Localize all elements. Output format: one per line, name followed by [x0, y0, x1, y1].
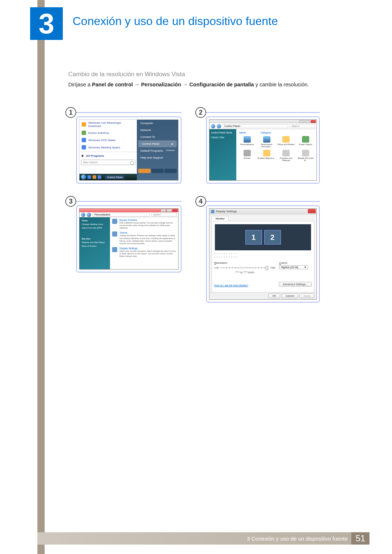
help-link[interactable]: How do I get the best display?	[214, 284, 248, 287]
section-heading: Cambio de la resolución en Windows Vista	[68, 71, 185, 78]
breadcrumb[interactable]: Personalization	[93, 213, 150, 217]
col-name[interactable]: Name	[239, 131, 246, 134]
shutdown-menu-button[interactable]	[164, 169, 177, 173]
sm-item[interactable]: Windows Live Messenger Download	[79, 120, 137, 129]
theme-icon	[112, 231, 117, 237]
nav-back-icon[interactable]	[81, 213, 85, 217]
sm-right-item-highlight[interactable]: Control Panel	[138, 140, 177, 147]
resolution-slider[interactable]: Low High	[214, 265, 275, 270]
cancel-button[interactable]: Cancel	[282, 294, 298, 298]
minimize-button[interactable]	[161, 209, 166, 212]
display-settings-window: Display Settings Monitor 1 2 * * * * * *…	[209, 208, 317, 300]
phone-icon	[282, 136, 290, 143]
chevron-down-icon	[304, 267, 306, 268]
taskbar-control-panel[interactable]: Control Panel	[105, 175, 124, 179]
sm-right-item[interactable]: Help and Support	[137, 154, 178, 161]
side-link[interactable]: Ease of Access	[82, 245, 108, 247]
ok-button[interactable]: OK	[268, 294, 280, 298]
power-button[interactable]	[138, 169, 151, 173]
step-badge-2: 2	[195, 107, 206, 118]
cp-item[interactable]: Phone and Modem ...	[277, 136, 296, 148]
pers-sidebar: Tasks Change desktop icons Adjust font s…	[79, 217, 110, 269]
taskbar-icon[interactable]	[93, 175, 96, 179]
monitor-2[interactable]: 2	[264, 230, 281, 245]
taskbar: Control Panel	[79, 174, 137, 180]
sm-item[interactable]: Norton AntiVirus	[79, 129, 137, 136]
dialog-title: Display Settings	[216, 210, 237, 213]
pers-section[interactable]: Mouse PointersPick a different mouse poi…	[112, 219, 176, 229]
cp-item-label: Printers	[244, 157, 250, 159]
cp-item-label: Programs and Features	[277, 157, 296, 161]
lock-button[interactable]	[151, 169, 164, 173]
side-link[interactable]: Change desktop icons	[82, 223, 108, 225]
pers-section-display[interactable]: Display SettingsAdjust your monitor reso…	[112, 247, 176, 258]
col-category[interactable]: Category	[261, 131, 271, 134]
search-input[interactable]: Search	[151, 213, 177, 217]
minimize-button[interactable]	[299, 120, 304, 123]
sm-item[interactable]: Windows Meeting Space	[79, 144, 137, 151]
colors-label: Colors:	[279, 261, 312, 264]
close-button[interactable]	[172, 209, 177, 212]
close-button[interactable]	[311, 120, 316, 123]
colors-select[interactable]: Highest (32 bit)	[279, 265, 308, 269]
cp-item[interactable]: Printers	[238, 150, 257, 161]
pers-section[interactable]: ThemeChange the theme. Themes can change…	[112, 231, 176, 245]
step-2-frame: Control Panel › Search Control Panel Hom…	[206, 116, 320, 184]
cp-item[interactable]: Programs and Features	[277, 150, 296, 161]
arrow-2: →	[181, 82, 189, 87]
nav-forward-icon[interactable]	[217, 124, 221, 128]
window-body: Tasks Change desktop icons Adjust font s…	[79, 217, 178, 269]
sm-right-item[interactable]: Computer	[137, 120, 178, 127]
resolution-value: **** by **** pixels	[214, 271, 275, 274]
instruction-text: Diríjase a Panel de control → Personaliz…	[68, 82, 309, 87]
start-orb-icon[interactable]	[81, 175, 86, 180]
side-link[interactable]: Adjust font size (DPI)	[82, 227, 108, 229]
arrow-1: →	[133, 82, 141, 87]
instruction-b3: Configuración de pantalla	[189, 82, 254, 87]
all-programs[interactable]: All Programs	[79, 153, 137, 159]
side-link[interactable]: Taskbar and Start Menu	[82, 241, 108, 243]
sm-right-item[interactable]: Connect To	[137, 134, 178, 140]
nav-forward-icon[interactable]	[87, 213, 91, 217]
sm-right-item[interactable]: Default ProgramsCustomo	[137, 147, 178, 154]
colors-group: Colors: Highest (32 bit)	[279, 261, 312, 269]
cp-main: Name Category Personalization Performanc…	[236, 129, 317, 180]
cp-classic-link[interactable]: Classic View	[211, 136, 235, 139]
slider-thumb[interactable]	[266, 266, 268, 270]
taskbar-icon[interactable]	[87, 175, 91, 179]
cp-item[interactable]: Power Options	[296, 136, 315, 148]
monitor-1[interactable]: 1	[245, 230, 262, 245]
sm-right-item[interactable]: Network	[137, 127, 178, 134]
breadcrumb[interactable]: Control Panel ›	[222, 124, 288, 128]
close-button[interactable]	[308, 209, 316, 213]
sm-item[interactable]: Windows DVD Maker	[79, 136, 137, 144]
power-icon	[302, 136, 309, 143]
instruction-post: y cambie la resolución.	[254, 82, 309, 87]
cp-item-personalization[interactable]: Personalization	[238, 136, 257, 148]
window-titlebar	[79, 209, 178, 212]
chevron-right-icon	[172, 143, 173, 145]
sm-right-extra: Customo	[166, 149, 175, 152]
nav-back-icon[interactable]	[211, 124, 215, 128]
maximize-button[interactable]	[305, 120, 310, 123]
cp-item-label: Realtek HD Audio M...	[296, 157, 315, 161]
cp-item[interactable]: Realtek HD Audio M...	[296, 150, 315, 161]
start-search-input[interactable]: Start Search	[81, 160, 135, 165]
cp-item[interactable]: Problem Reports a...	[257, 150, 276, 161]
cp-item-label: Problem Reports a...	[257, 157, 275, 159]
apply-button[interactable]: Apply	[299, 294, 314, 298]
realtek-icon	[302, 150, 309, 156]
footer-text: 3 Conexión y uso de un dispositivo fuent…	[247, 535, 348, 542]
advanced-settings-button[interactable]: Advanced Settings...	[279, 282, 312, 287]
separator	[79, 152, 137, 152]
meeting-icon	[82, 145, 86, 149]
display-icon	[112, 247, 117, 252]
search-input[interactable]: Search	[290, 124, 315, 128]
tab-monitor[interactable]: Monitor	[212, 216, 229, 221]
tasks-heading: Tasks	[82, 219, 108, 222]
taskbar-icon[interactable]	[98, 175, 101, 179]
cp-home-link[interactable]: Control Panel Home	[211, 131, 235, 134]
cp-item[interactable]: Performance Informatio...	[257, 136, 276, 148]
maximize-button[interactable]	[167, 209, 172, 212]
chapter-number: 3	[38, 7, 54, 40]
